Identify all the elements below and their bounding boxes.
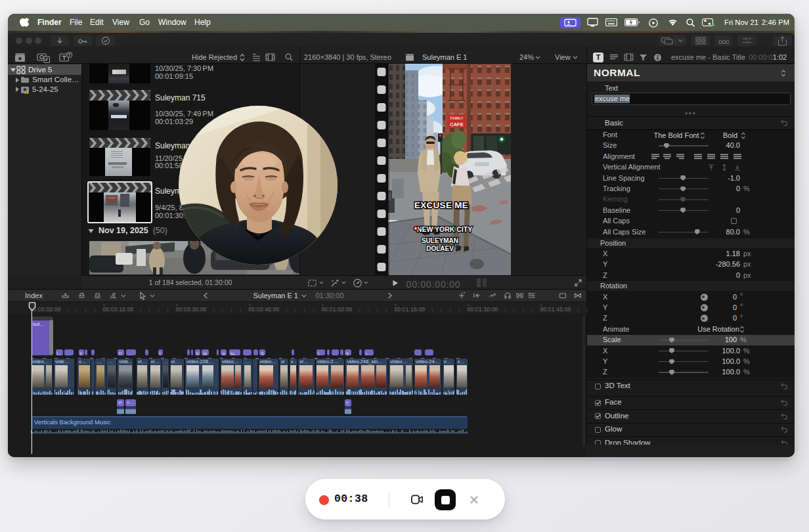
svg-text:DOLAEV: DOLAEV (426, 245, 454, 252)
svg-text:FAMILY: FAMILY (450, 116, 464, 120)
svg-text:NEW YORK CITY: NEW YORK CITY (417, 225, 472, 233)
svg-text:SULEYMAN: SULEYMAN (422, 237, 458, 244)
svg-text:CAFE: CAFE (450, 122, 463, 127)
svg-text:EXCUSE ME: EXCUSE ME (414, 200, 468, 210)
